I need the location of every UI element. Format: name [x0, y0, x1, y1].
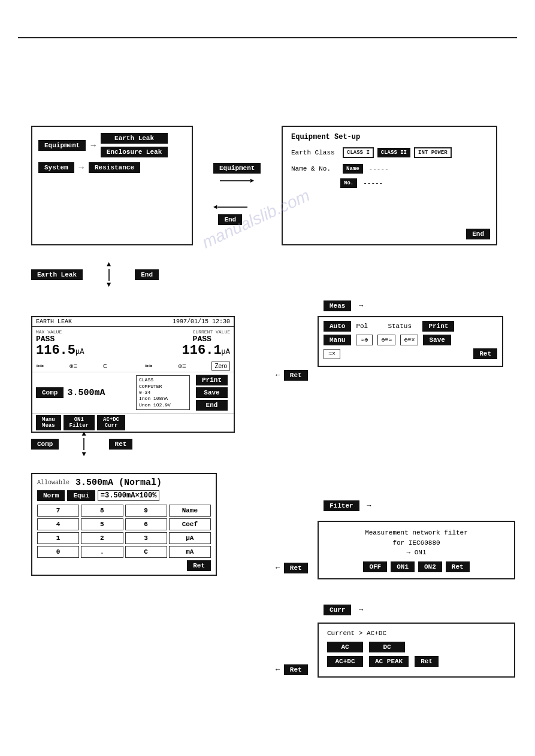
pol-label: Pol	[356, 323, 383, 330]
meas-comp-btn[interactable]: Comp	[36, 387, 64, 398]
coef-btn[interactable]: Coef	[169, 518, 211, 530]
filter-on1-btn[interactable]: ON1	[391, 561, 415, 572]
num5-btn[interactable]: 5	[81, 518, 123, 530]
dc-btn[interactable]: DC	[369, 642, 405, 652]
num7-btn[interactable]: 7	[37, 505, 79, 517]
meas-icons-row: ≈≈ ⊕≡ C ≈≈ ⊕≡ Zero	[32, 360, 234, 372]
num6-btn[interactable]: 6	[125, 518, 167, 530]
meas-info-box: CLASS COMPUTER 0-34 Inon 108nA Unon 102.…	[136, 375, 190, 410]
earth-leak-btn[interactable]: Earth Leak	[101, 133, 168, 144]
meas-btn[interactable]: Meas	[324, 300, 351, 311]
manu-btn[interactable]: Manu	[324, 335, 351, 345]
left-arrow-ret1: ←	[276, 371, 280, 379]
curr-box: Current > AC+DC AC DC AC+DC AC PEAK Ret	[318, 623, 515, 678]
down-arrow-icon: ▼	[107, 281, 111, 289]
filter-arrow-right: →	[367, 502, 371, 510]
ret3-btn[interactable]: Ret	[284, 664, 308, 675]
print-btn-right[interactable]: Print	[422, 321, 454, 332]
ma-btn[interactable]: mA	[169, 546, 211, 558]
name-btn[interactable]: Name	[343, 164, 363, 174]
zero-btn[interactable]: Zero	[211, 362, 230, 371]
setup-end-btn[interactable]: End	[466, 229, 490, 239]
comp-numpad: 7 8 9 Name 4 5 6 Coef 1 2 3 μA 0 . C mA	[37, 505, 211, 558]
curr-ret-btn[interactable]: Ret	[415, 656, 439, 667]
curr-label-area: Curr →	[324, 605, 363, 615]
acdc-curr-btn[interactable]: AC+DCCurr	[97, 415, 125, 430]
icon-box4: ≈×	[324, 349, 340, 359]
comp-main-btn[interactable]: Comp	[31, 439, 59, 450]
enclosure-leak-btn[interactable]: Enclosure Leak	[101, 147, 168, 157]
int-power-btn[interactable]: INT POWER	[414, 147, 452, 158]
ac-peak-btn[interactable]: AC PEAK	[369, 656, 409, 667]
comp-ret-btn[interactable]: Ret	[187, 560, 211, 571]
curr-label: CURRENT VALUE	[193, 329, 230, 335]
no-btn[interactable]: No.	[340, 178, 357, 188]
num1-btn[interactable]: 1	[37, 532, 79, 544]
equipment-label-btn[interactable]: Equipment	[213, 163, 261, 174]
equi-btn[interactable]: Equi	[67, 490, 95, 501]
curr-btn-row1: AC DC	[327, 642, 506, 652]
filter-main-btn[interactable]: Filter	[324, 500, 359, 511]
ret-btn-right[interactable]: Ret	[473, 348, 497, 359]
meas-save-btn[interactable]: Save	[196, 387, 228, 398]
formula-text: =3.500mA×100%	[98, 490, 160, 501]
filter-ret-btn[interactable]: Ret	[446, 561, 470, 572]
left-arrow-line: ◄	[213, 204, 247, 211]
info-text: CLASS COMPUTER 0-34 Inon 108nA Unon 102.…	[139, 377, 171, 408]
norm-btn[interactable]: Norm	[37, 490, 65, 501]
status-label: Status	[388, 323, 418, 330]
comp-top: Allowable 3.500mA (Normal)	[37, 478, 211, 488]
ret-comp-btn[interactable]: Ret	[109, 439, 133, 450]
comp-box: Allowable 3.500mA (Normal) Norm Equi =3.…	[31, 473, 217, 576]
icon-wave1: ≈≈	[36, 363, 44, 370]
save-btn-right[interactable]: Save	[423, 335, 451, 345]
ret1-btn[interactable]: Ret	[284, 370, 308, 381]
ac-btn[interactable]: AC	[327, 642, 363, 652]
earth-leak-end-btn[interactable]: End	[135, 269, 159, 280]
icon-box2: ⊕≡≈	[377, 335, 395, 345]
num8-btn[interactable]: 8	[81, 505, 123, 517]
meas-end-btn[interactable]: End	[196, 400, 228, 411]
up-arrow-icon: ▲	[107, 260, 111, 269]
acdc-btn[interactable]: AC+DC	[327, 656, 363, 667]
resistance-btn[interactable]: Resistance	[89, 162, 140, 173]
icon-sym1: ⊕≡	[69, 362, 77, 370]
curr-main-btn[interactable]: Curr	[324, 605, 351, 615]
end-label-btn[interactable]: End	[218, 214, 242, 225]
ret3-area: ← Ret	[276, 664, 308, 675]
num4-btn[interactable]: 4	[37, 518, 79, 530]
meas-right-row3: ≈× Ret	[324, 348, 497, 359]
equipment-btn[interactable]: Equipment	[38, 140, 86, 151]
filter-box: Measurement network filter for IEC60880 …	[318, 521, 515, 579]
num3-btn[interactable]: 3	[125, 532, 167, 544]
meas-bottom-row: ManuMeas ON1Filter AC+DCCurr	[32, 413, 234, 432]
auto-btn[interactable]: Auto	[324, 321, 351, 332]
clear-btn[interactable]: C	[125, 546, 167, 558]
dot-btn[interactable]: .	[81, 546, 123, 558]
manu-meas-btn[interactable]: ManuMeas	[36, 415, 61, 430]
meas-right-box: Auto Pol Status Print Manu ≈⊕ ⊕≡≈ ⊕≡× Sa…	[318, 316, 503, 367]
ret2-btn[interactable]: Ret	[284, 563, 308, 573]
system-btn[interactable]: System	[38, 162, 74, 173]
max-label: MAX VALUE	[36, 329, 62, 335]
on1-filter-btn[interactable]: ON1Filter	[64, 415, 95, 430]
no-dash: -----	[363, 180, 383, 187]
system-sub-menu: Resistance	[89, 162, 140, 173]
filter-label-area: Filter →	[324, 500, 371, 511]
num9-btn[interactable]: 9	[125, 505, 167, 517]
filter-off-btn[interactable]: OFF	[363, 561, 387, 572]
up-arrow2: ▲	[81, 430, 86, 438]
num2-btn[interactable]: 2	[81, 532, 123, 544]
ua-btn[interactable]: μA	[169, 532, 211, 544]
name-comp-btn[interactable]: Name	[169, 505, 211, 517]
class2-btn[interactable]: CLASS II	[377, 148, 410, 157]
filter-on2-btn[interactable]: ON2	[418, 561, 442, 572]
earth-leak-main-btn[interactable]: Earth Leak	[31, 269, 83, 280]
left-arrow-ret2: ←	[276, 564, 280, 572]
meas-print-btn[interactable]: Print	[196, 375, 228, 385]
filter-title: Measurement network filter for IEC60880 …	[327, 528, 506, 558]
num0-btn[interactable]: 0	[37, 546, 79, 558]
class1-btn[interactable]: CLASS I	[343, 147, 374, 158]
menu-system-row: System → Resistance	[38, 162, 186, 173]
meas-arrow-right: →	[359, 302, 363, 310]
